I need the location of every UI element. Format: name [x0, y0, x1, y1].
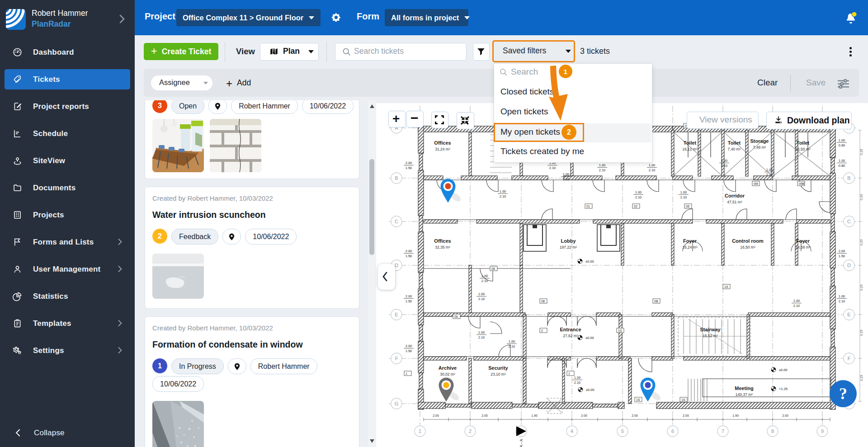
svg-text:05: 05	[686, 205, 689, 208]
svg-text:2.00: 2.00	[406, 249, 412, 253]
svg-text:2.10: 2.10	[680, 195, 687, 199]
svg-text:4: 4	[571, 428, 573, 434]
svg-text:7: 7	[722, 428, 724, 434]
svg-text:Offices: Offices	[434, 238, 451, 244]
svg-text:2.10: 2.10	[481, 279, 488, 283]
svg-text:E: E	[847, 312, 850, 317]
svg-text:0.29: 0.29	[860, 149, 863, 155]
svg-text:2.00: 2.00	[632, 414, 638, 417]
svg-text:+1.25: +1.25	[779, 387, 788, 391]
svg-text:Stairway: Stairway	[700, 327, 721, 332]
svg-text:2.00: 2.00	[839, 249, 845, 253]
svg-text:30,02 m²: 30,02 m²	[440, 372, 455, 376]
svg-text:Foyer: Foyer	[796, 238, 810, 244]
svg-text:1.00: 1.00	[478, 292, 485, 296]
svg-text:1.00: 1.00	[599, 163, 606, 167]
svg-text:C: C	[395, 219, 398, 224]
svg-text:1.00: 1.00	[649, 163, 656, 167]
svg-text:2: 2	[469, 428, 472, 434]
svg-text:2.10: 2.10	[549, 166, 556, 170]
svg-text:Security: Security	[488, 365, 508, 371]
svg-text:Toilet: Toilet	[728, 140, 741, 146]
svg-text:05B: 05B	[799, 182, 805, 185]
svg-text:1.00: 1.00	[839, 138, 845, 142]
svg-text:0b: 0b	[454, 315, 458, 318]
svg-text:0.80: 0.80	[839, 143, 845, 147]
svg-text:2.00: 2.00	[782, 414, 788, 417]
svg-text:1.00: 1.00	[766, 168, 773, 172]
svg-text:1.00: 1.00	[839, 159, 845, 163]
svg-text:Control room: Control room	[732, 238, 764, 244]
svg-text:2.10: 2.10	[478, 297, 485, 301]
svg-text:47,51 m²: 47,51 m²	[727, 200, 742, 204]
svg-text:±0.00: ±0.00	[586, 388, 594, 392]
svg-text:2.00: 2.00	[406, 294, 412, 298]
svg-text:2.10: 2.10	[478, 335, 485, 339]
svg-text:B: B	[395, 175, 398, 181]
svg-text:16,12 m²: 16,12 m²	[682, 147, 698, 151]
svg-text:F: F	[848, 356, 851, 361]
svg-text:14,58 m²: 14,58 m²	[795, 245, 811, 249]
svg-text:16,50 m²: 16,50 m²	[740, 245, 755, 249]
svg-text:Storage: Storage	[750, 138, 769, 144]
svg-text:1.00: 1.00	[839, 294, 845, 298]
svg-text:1.50: 1.50	[839, 254, 845, 258]
svg-text:Archive: Archive	[439, 365, 457, 371]
svg-text:1.00: 1.00	[635, 190, 642, 194]
svg-text:2.00: 2.00	[406, 161, 412, 165]
svg-text:2.10: 2.10	[766, 173, 773, 177]
svg-text:8: 8	[771, 428, 774, 434]
svg-text:1.00: 1.00	[721, 159, 728, 163]
svg-text:2.00: 2.00	[433, 414, 439, 417]
svg-text:0.29: 0.29	[860, 239, 863, 245]
svg-text:02: 02	[634, 205, 637, 208]
svg-text:1S: 1S	[636, 398, 640, 401]
svg-text:Lobby: Lobby	[561, 238, 576, 244]
svg-text:1.50: 1.50	[406, 349, 412, 353]
svg-text:Offices: Offices	[434, 140, 451, 146]
svg-text:197,22 m²: 197,22 m²	[560, 245, 577, 249]
svg-text:1.00: 1.00	[500, 189, 506, 193]
svg-text:5: 5	[621, 428, 624, 434]
svg-text:15,52 m²: 15,52 m²	[703, 334, 718, 338]
svg-text:2.00: 2.00	[581, 414, 587, 417]
svg-text:Toilet: Toilet	[684, 140, 697, 146]
svg-text:2.10: 2.10	[635, 195, 642, 199]
svg-text:1.00: 1.00	[574, 376, 581, 380]
svg-text:1S: 1S	[681, 398, 685, 401]
svg-text:1S: 1S	[618, 329, 622, 332]
svg-text:E: E	[395, 312, 398, 317]
svg-text:1: 1	[406, 372, 407, 375]
svg-text:2.10: 2.10	[563, 177, 570, 181]
svg-text:±0.00: ±0.00	[779, 368, 788, 372]
svg-text:15,50 m²: 15,50 m²	[795, 147, 811, 151]
svg-text:A - A: A - A	[519, 439, 524, 447]
svg-text:±0.00: ±0.00	[585, 336, 594, 340]
svg-text:Entrance: Entrance	[560, 327, 581, 332]
svg-text:2.10: 2.10	[599, 168, 606, 172]
svg-text:9: 9	[821, 428, 824, 434]
svg-text:0.80: 0.80	[839, 164, 845, 168]
svg-text:32,35 m²: 32,35 m²	[435, 245, 450, 249]
svg-text:2.10: 2.10	[721, 164, 728, 168]
svg-text:2.00: 2.00	[406, 344, 412, 348]
svg-text:2.10: 2.10	[793, 304, 800, 308]
svg-text:Corridor: Corridor	[725, 193, 745, 198]
svg-text:7,48 m²: 7,48 m²	[753, 145, 766, 150]
svg-text:1.00: 1.00	[478, 330, 485, 334]
svg-text:0.29: 0.29	[860, 329, 863, 336]
svg-text:1.00: 1.00	[509, 339, 515, 343]
svg-text:G: G	[395, 401, 399, 406]
svg-text:2.10: 2.10	[509, 344, 515, 348]
svg-text:Meeting: Meeting	[735, 386, 754, 391]
svg-text:1: 1	[419, 428, 421, 434]
svg-text:2.00: 2.00	[481, 414, 488, 417]
svg-text:C: C	[847, 219, 851, 224]
svg-text:08: 08	[541, 300, 545, 303]
svg-text:1.90: 1.90	[531, 414, 538, 417]
svg-text:01: 01	[586, 205, 590, 208]
svg-text:0.29: 0.29	[860, 284, 863, 291]
svg-text:F: F	[395, 356, 398, 361]
svg-text:140,37 m²: 140,37 m²	[736, 392, 753, 397]
svg-text:16,24 m²: 16,24 m²	[682, 245, 698, 249]
